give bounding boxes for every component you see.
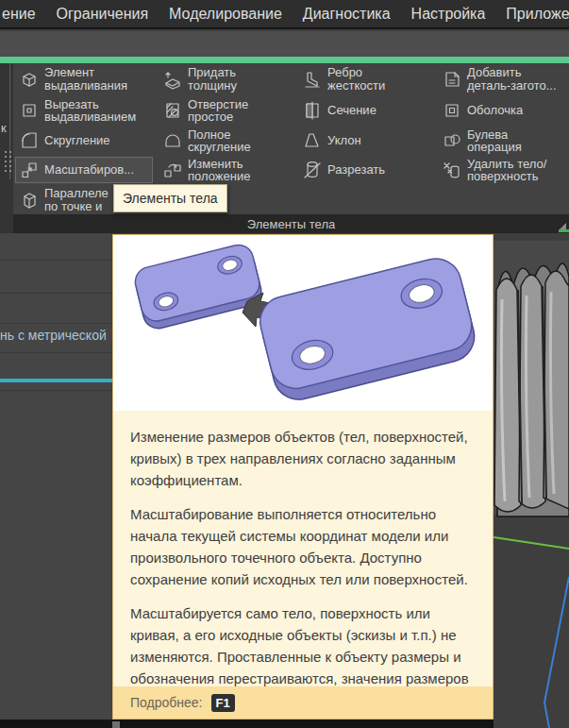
pulley-model [494,233,569,728]
hint-paragraph: Изменение размеров объектов (тел, поверх… [130,426,476,491]
ribbon-item-cut-extrude[interactable]: Вырезатьвыдавливанием [19,94,162,127]
shell-icon [442,100,462,121]
ribbon-item-shell[interactable]: Оболочка [442,94,569,127]
tree-row-divider [0,293,112,294]
hint-paragraph: Масштабирование выполняется относительно… [130,503,476,590]
hover-tooltip: Элементы тела [113,184,227,212]
ribbon-item-section[interactable]: Сечение [302,94,442,127]
panel-title: Элементы тела [247,217,335,231]
extrude-icon [19,69,40,90]
draft-icon [302,130,323,151]
tree-row-divider [0,260,112,261]
panel-title-bar: Элементы тела [13,214,569,233]
selection-highlight-line [0,379,112,382]
hole-icon [162,100,183,121]
menu-bar: ение Ограничения Моделирование Диагности… [0,0,569,29]
tree-row-label[interactable]: нь с метрической [0,328,107,343]
tree-row-divider [0,352,112,353]
section-icon [302,100,323,121]
scroll-nub[interactable] [112,721,120,728]
ribbon-accent-bar [0,57,569,63]
x-axis-line [494,537,569,549]
menu-item-diagnostics[interactable]: Диагностика [303,6,391,23]
ribbon-item-scale[interactable]: Масштабиров... [15,157,153,183]
split-icon [302,160,323,180]
left-edge-strip: к [0,63,13,233]
thicken-icon [162,69,183,90]
ribbon-item-fillet[interactable]: Скругление [19,127,162,155]
tree-row-divider [0,323,112,324]
hint-illustration [113,235,493,411]
ribbon-item-draft[interactable]: Уклон [302,127,442,155]
fillet-icon [19,130,40,151]
menu-item-applications[interactable]: Приложения [506,6,569,23]
delete-body-icon [442,160,462,180]
ribbon-item-boolean[interactable]: Булеваоперация [442,127,569,155]
menu-item-modeling[interactable]: Моделирование [169,6,282,23]
sketch-line [544,577,569,728]
scaling-illustration-image [113,235,493,411]
scale-icon [19,160,40,180]
hint-footer: Подробнее: F1 [113,686,493,719]
menu-item-truncated[interactable]: ение [2,6,36,23]
f1-keycap: F1 [211,694,235,712]
app-window: ение Ограничения Моделирование Диагности… [0,0,569,728]
ribbon-tab-strip [0,31,569,57]
ribbon-item-full-fillet[interactable]: Полноескругление [162,127,302,155]
body-elements-flyout: Элементвыдавливания Придатьтолщину Ребро… [13,63,569,214]
box-icon [19,190,40,211]
boolean-icon [442,130,462,151]
rib-icon [302,69,323,90]
ribbon-item-delete-body[interactable]: Удалить тело/поверхность [442,155,569,185]
command-hint-popup: Изменение размеров объектов (тел, поверх… [112,234,494,720]
tree-row-divider [0,390,112,391]
bottom-strip [0,720,494,728]
axis-tick [559,229,569,232]
hint-paragraph: Масштабируется само тело, поверхность ил… [130,602,476,686]
ribbon-item-reposition[interactable]: Изменитьположение [162,155,302,185]
menu-item-constraints[interactable]: Ограничения [57,6,149,23]
ribbon-item-rib[interactable]: Реброжесткости [302,63,442,94]
ribbon-item-split[interactable]: Разрезать [302,155,442,185]
ribbon-item-thicken[interactable]: Придатьтолщину [162,63,302,94]
ribbon-item-extrude[interactable]: Элементвыдавливания [19,63,162,94]
more-info-label: Подробнее: [130,695,203,710]
viewport-3d[interactable] [494,233,569,728]
full-fillet-icon [162,130,183,151]
reposition-icon [162,160,183,180]
clipped-text: к [1,121,7,135]
add-part-icon [442,69,462,90]
ribbon-item-hole[interactable]: Отверстиепростое [162,94,302,127]
hint-text: Изменение размеров объектов (тел, поверх… [113,411,493,686]
ribbon-item-add-part[interactable]: Добавитьдеталь-загото... [442,63,569,94]
model-tree-panel: нь с метрической [0,233,112,720]
cut-extrude-icon [19,100,40,121]
menu-item-settings[interactable]: Настройка [411,6,486,23]
